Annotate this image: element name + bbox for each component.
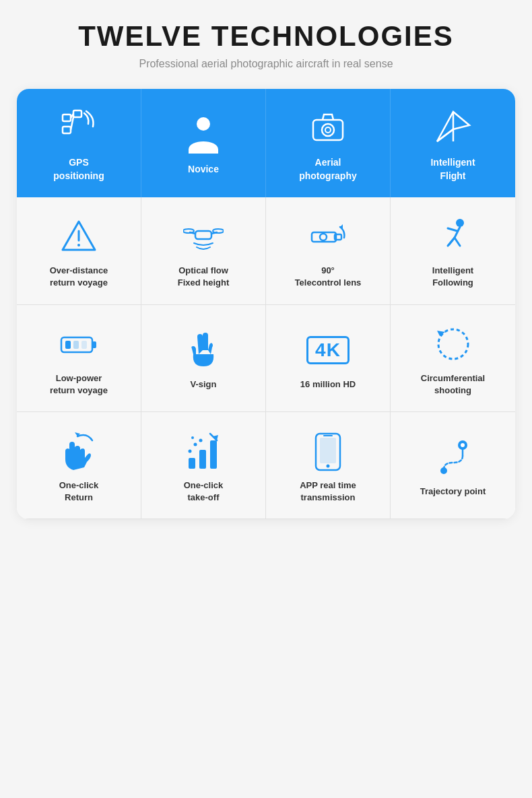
svg-point-40 bbox=[191, 436, 194, 439]
vsign-label: V-sign bbox=[190, 378, 216, 391]
opticalflow-label: Optical flow Fixed height bbox=[178, 265, 230, 289]
svg-rect-16 bbox=[195, 231, 211, 239]
cell-vsign: V-sign bbox=[141, 305, 266, 412]
following-label: Intelligent Following bbox=[432, 265, 473, 289]
telecontrol-label: 90° Telecontrol lens bbox=[295, 265, 362, 289]
flight-label: Intelligent Flight bbox=[430, 156, 475, 182]
cell-overdistance: Over-distance return voyage bbox=[17, 197, 141, 304]
gps-icon bbox=[59, 108, 99, 148]
page-subtitle: Professional aerial photographic aircraf… bbox=[139, 58, 393, 70]
cell-circumferential: Circumferential shooting bbox=[391, 305, 515, 412]
main-card: GPS positioning Novice bbox=[17, 89, 515, 519]
svg-rect-27 bbox=[92, 341, 96, 348]
vsign-icon bbox=[187, 330, 220, 370]
cell-oneclick-return: One-click Return bbox=[17, 412, 141, 519]
svg-point-45 bbox=[327, 464, 330, 467]
svg-point-5 bbox=[197, 117, 210, 131]
svg-rect-30 bbox=[81, 341, 87, 349]
cell-gps: GPS positioning bbox=[17, 89, 141, 197]
svg-rect-35 bbox=[199, 450, 206, 469]
cell-flight: Intelligent Flight bbox=[391, 89, 515, 197]
cell-aerial: Aerial photography bbox=[266, 89, 391, 197]
lowpower-icon bbox=[59, 324, 99, 364]
cell-oneclick-takeoff: One-click take-off bbox=[141, 412, 266, 519]
aerial-label: Aerial photography bbox=[299, 156, 357, 182]
svg-point-19 bbox=[183, 229, 194, 233]
cell-lowpower: Low-power return voyage bbox=[17, 305, 141, 412]
cell-telecontrol: 90° Telecontrol lens bbox=[266, 197, 391, 304]
svg-rect-1 bbox=[73, 110, 81, 117]
cell-following: Intelligent Following bbox=[391, 197, 515, 304]
svg-point-22 bbox=[320, 234, 327, 240]
svg-rect-0 bbox=[63, 114, 71, 121]
svg-point-39 bbox=[199, 438, 203, 442]
svg-point-15 bbox=[77, 244, 80, 246]
svg-point-25 bbox=[456, 219, 464, 227]
oneclick-takeoff-label: One-click take-off bbox=[184, 479, 224, 504]
hd-icon: 4K bbox=[306, 330, 350, 370]
svg-point-49 bbox=[461, 443, 465, 447]
page-title: TWELVE TECHNOLOGIES bbox=[78, 20, 454, 53]
svg-rect-36 bbox=[210, 440, 217, 469]
cell-trajectory: Trajectory point bbox=[391, 412, 515, 519]
gps-label: GPS positioning bbox=[53, 156, 104, 182]
novice-icon bbox=[185, 114, 222, 155]
svg-point-31 bbox=[438, 329, 468, 359]
svg-rect-6 bbox=[313, 120, 343, 140]
aerial-icon bbox=[308, 108, 348, 148]
lowpower-label: Low-power return voyage bbox=[50, 372, 108, 397]
svg-rect-28 bbox=[65, 341, 71, 349]
grid-rows: Over-distance return voyage bbox=[17, 197, 515, 519]
app-icon bbox=[313, 431, 343, 471]
circumferential-icon bbox=[433, 324, 473, 364]
svg-rect-34 bbox=[189, 458, 195, 469]
svg-rect-29 bbox=[73, 341, 79, 349]
following-icon bbox=[434, 216, 472, 257]
hd-label: 16 million HD bbox=[300, 378, 356, 391]
cell-hd: 4K 16 million HD bbox=[266, 305, 391, 412]
overdistance-icon bbox=[60, 216, 98, 257]
svg-rect-2 bbox=[63, 127, 71, 133]
flight-icon bbox=[434, 108, 472, 148]
circumferential-label: Circumferential shooting bbox=[421, 372, 485, 397]
svg-point-48 bbox=[440, 467, 447, 474]
app-label: APP real time transmission bbox=[300, 479, 356, 504]
trajectory-icon bbox=[433, 437, 473, 477]
overdistance-label: Over-distance return voyage bbox=[50, 265, 108, 289]
svg-point-20 bbox=[213, 229, 224, 233]
cell-app: APP real time transmission bbox=[266, 412, 391, 519]
novice-label: Novice bbox=[188, 163, 219, 176]
cell-novice: Novice bbox=[141, 89, 266, 197]
trajectory-label: Trajectory point bbox=[420, 486, 486, 498]
oneclick-return-label: One-click Return bbox=[59, 479, 99, 504]
telecontrol-icon bbox=[308, 216, 348, 257]
opticalflow-icon bbox=[183, 216, 224, 257]
svg-point-8 bbox=[325, 127, 331, 133]
4k-badge: 4K bbox=[306, 336, 350, 364]
svg-point-38 bbox=[194, 442, 197, 446]
cell-opticalflow: Optical flow Fixed height bbox=[141, 197, 266, 304]
oneclick-takeoff-icon bbox=[185, 431, 222, 471]
svg-point-37 bbox=[189, 449, 192, 453]
top-row: GPS positioning Novice bbox=[17, 89, 515, 197]
svg-rect-44 bbox=[320, 438, 336, 463]
svg-point-7 bbox=[322, 124, 334, 136]
oneclick-return-icon bbox=[60, 431, 98, 471]
